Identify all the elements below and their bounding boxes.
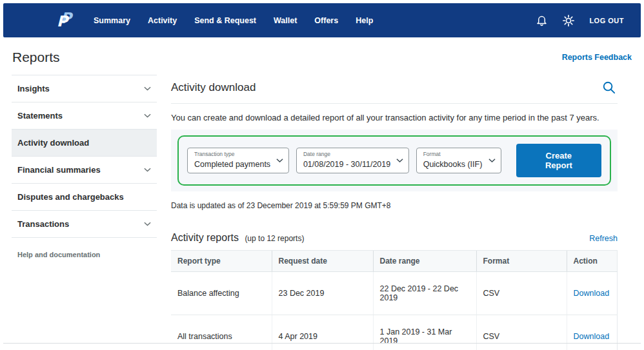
table-row: All transactions 4 Apr 2019 1 Jan 2019 -… xyxy=(171,315,618,350)
cell-format: CSV xyxy=(476,272,567,315)
cell-report-type: Balance affecting xyxy=(171,272,272,315)
sidebar-item-label: Transactions xyxy=(17,219,69,229)
activity-reports-subtitle: (up to 12 reports) xyxy=(245,234,304,243)
cell-report-type: All transactions xyxy=(171,315,272,350)
cell-request-date: 4 Apr 2019 xyxy=(272,315,373,350)
activity-reports-header: Activity reports (up to 12 reports) Refr… xyxy=(171,232,618,244)
reports-feedback-link[interactable]: Reports Feedback xyxy=(562,53,632,62)
paypal-logo-icon[interactable]: P P xyxy=(56,10,73,31)
nav-item-wallet[interactable]: Wallet xyxy=(274,16,297,25)
sidebar-item-financial-summaries[interactable]: Financial summaries xyxy=(12,157,157,184)
dropdown-value: Quickbooks (IIF) xyxy=(423,160,483,169)
window-bottom-edge xyxy=(3,343,641,344)
cell-format: CSV xyxy=(476,315,567,350)
nav-item-send-request[interactable]: Send & Request xyxy=(194,16,256,25)
cell-request-date: 23 Dec 2019 xyxy=(272,272,373,315)
chevron-down-icon xyxy=(396,158,403,162)
data-updated-text: Data is updated as of 23 December 2019 a… xyxy=(171,201,618,210)
dropdown-label: Transaction type xyxy=(194,151,269,158)
create-report-button[interactable]: Create Report xyxy=(516,144,601,177)
main-panel: Activity download You can create and dow… xyxy=(171,75,618,350)
notifications-bell-icon[interactable] xyxy=(536,14,548,26)
filter-panel: Transaction type Completed payments Date… xyxy=(171,130,618,191)
nav-right: LOG OUT xyxy=(536,14,624,27)
refresh-link[interactable]: Refresh xyxy=(589,234,618,243)
sidebar-item-insights[interactable]: Insights xyxy=(12,75,157,102)
chevron-down-icon xyxy=(144,113,151,118)
dropdown-label: Format xyxy=(423,151,481,158)
table-row: Balance affecting 23 Dec 2019 22 Dec 201… xyxy=(171,272,618,315)
chevron-down-icon xyxy=(144,222,151,226)
sidebar-item-statements[interactable]: Statements xyxy=(12,102,157,130)
sidebar-item-label: Statements xyxy=(17,111,63,121)
chevron-down-icon xyxy=(276,158,283,162)
chevron-down-icon xyxy=(144,168,151,172)
sidebar-item-activity-download[interactable]: Activity download xyxy=(12,130,157,157)
sidebar: Insights Statements Activity download Fi… xyxy=(12,75,157,271)
column-header-request-date: Request date xyxy=(272,251,373,272)
download-link[interactable]: Download xyxy=(574,332,610,341)
search-icon[interactable] xyxy=(601,80,616,95)
activity-reports-title: Activity reports xyxy=(171,232,239,243)
cell-date-range: 1 Jan 2019 - 31 Mar 2019 xyxy=(373,315,476,350)
sidebar-item-label: Financial summaries xyxy=(17,165,101,175)
cell-date-range: 22 Dec 2019 - 22 Dec 2019 xyxy=(373,272,476,315)
sidebar-item-disputes-chargebacks[interactable]: Disputes and chargebacks xyxy=(12,184,157,211)
chevron-down-icon xyxy=(144,86,151,91)
content: Insights Statements Activity download Fi… xyxy=(3,75,641,350)
dropdown-value: 01/08/2019 - 30/11/2019 xyxy=(303,160,390,169)
sidebar-item-label: Activity download xyxy=(17,138,89,148)
transaction-type-dropdown[interactable]: Transaction type Completed payments xyxy=(187,148,289,173)
reports-table: Report type Request date Date range Form… xyxy=(171,250,618,350)
column-header-report-type: Report type xyxy=(171,251,272,272)
sidebar-item-transactions[interactable]: Transactions xyxy=(12,211,157,238)
nav-menu: Summary Activity Send & Request Wallet O… xyxy=(94,16,373,25)
page: P P Summary Activity Send & Request Wall… xyxy=(0,0,644,350)
nav-item-help[interactable]: Help xyxy=(356,16,373,25)
section-title: Activity download xyxy=(171,81,256,94)
sidebar-item-label: Disputes and chargebacks xyxy=(17,192,124,202)
nav-item-summary[interactable]: Summary xyxy=(94,16,130,25)
highlight-green-outline: Transaction type Completed payments Date… xyxy=(177,135,611,186)
column-header-format: Format xyxy=(476,251,567,272)
main-header: Activity download xyxy=(171,77,618,104)
settings-gear-icon[interactable] xyxy=(562,14,575,27)
nav-item-activity[interactable]: Activity xyxy=(148,16,177,25)
page-title: Reports xyxy=(12,50,60,65)
date-range-dropdown[interactable]: Date range 01/08/2019 - 30/11/2019 xyxy=(296,148,409,173)
logout-button[interactable]: LOG OUT xyxy=(589,17,624,24)
page-header: Reports Reports Feedback xyxy=(3,37,641,75)
sidebar-help-and-documentation-link[interactable]: Help and documentation xyxy=(12,238,157,271)
top-nav: P P Summary Activity Send & Request Wall… xyxy=(3,3,641,37)
download-link[interactable]: Download xyxy=(574,289,610,298)
format-dropdown[interactable]: Format Quickbooks (IIF) xyxy=(416,148,501,173)
chevron-down-icon xyxy=(488,158,496,162)
dropdown-label: Date range xyxy=(303,151,389,158)
column-header-action: Action xyxy=(567,251,618,272)
sidebar-item-label: Insights xyxy=(17,84,50,93)
nav-item-offers[interactable]: Offers xyxy=(314,16,338,25)
dropdown-value: Completed payments xyxy=(194,160,270,169)
description-text: You can create and download a detailed r… xyxy=(171,113,618,122)
table-header-row: Report type Request date Date range Form… xyxy=(171,251,618,272)
column-header-date-range: Date range xyxy=(373,251,476,272)
